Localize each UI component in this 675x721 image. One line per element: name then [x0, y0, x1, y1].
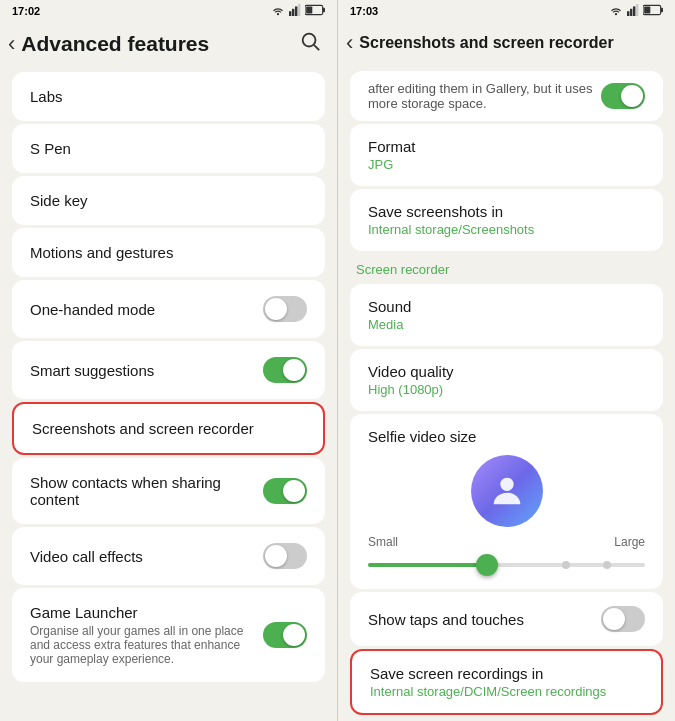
right-top-bar: ‹ Screenshots and screen recorder: [338, 22, 675, 64]
signal-icon: [289, 4, 301, 18]
selfie-avatar: [471, 455, 543, 527]
left-status-bar: 17:02: [0, 0, 337, 22]
setting-video-quality[interactable]: Video quality High (1080p): [350, 349, 663, 411]
right-signal-icon: [627, 4, 639, 18]
right-battery-icon: [643, 4, 663, 18]
right-back-icon: ‹: [346, 30, 353, 56]
svg-rect-10: [630, 9, 632, 16]
game-launcher-sub: Organise all your games all in one place…: [30, 624, 253, 666]
slider-track: [368, 563, 645, 567]
one-handed-label: One-handed mode: [30, 301, 263, 318]
smart-suggestions-toggle[interactable]: [263, 357, 307, 383]
svg-rect-2: [295, 6, 297, 16]
labs-label: Labs: [30, 88, 307, 105]
slider-fill: [368, 563, 493, 567]
setting-sound[interactable]: Sound Media: [350, 284, 663, 346]
right-back-button[interactable]: ‹: [346, 30, 353, 56]
slider-dot-2: [603, 561, 611, 569]
save-recordings-value: Internal storage/DCIM/Screen recordings: [370, 684, 643, 699]
battery-icon: [305, 4, 325, 18]
selfie-label: Selfie video size: [368, 428, 645, 445]
section-recorder-label: Screen recorder: [338, 254, 675, 281]
menu-item-screenshots[interactable]: Screenshots and screen recorder: [12, 402, 325, 455]
menu-item-show-contacts[interactable]: Show contacts when sharing content: [12, 458, 325, 524]
right-status-time: 17:03: [350, 5, 378, 17]
svg-rect-0: [289, 11, 291, 16]
show-taps-label: Show taps and touches: [368, 611, 524, 628]
svg-rect-14: [661, 8, 663, 13]
slider-thumb[interactable]: [476, 554, 498, 576]
sound-label: Sound: [368, 298, 645, 315]
svg-rect-5: [323, 8, 325, 13]
setting-selfie-video: Selfie video size Small Large: [350, 414, 663, 589]
show-contacts-toggle[interactable]: [263, 478, 307, 504]
svg-rect-6: [306, 7, 312, 14]
partial-text-block: after editing them in Gallery, but it us…: [350, 71, 663, 121]
left-status-right: [271, 4, 325, 18]
setting-show-taps[interactable]: Show taps and touches: [350, 592, 663, 646]
one-handed-toggle[interactable]: [263, 296, 307, 322]
menu-item-video-effects[interactable]: Video call effects: [12, 527, 325, 585]
menu-item-motions[interactable]: Motions and gestures: [12, 228, 325, 277]
show-contacts-label: Show contacts when sharing content: [30, 474, 263, 508]
menu-item-side-key[interactable]: Side key: [12, 176, 325, 225]
right-panel: 17:03: [338, 0, 675, 721]
menu-item-one-handed[interactable]: One-handed mode: [12, 280, 325, 338]
svg-rect-11: [633, 6, 635, 16]
wifi-icon: [271, 4, 285, 18]
game-launcher-label: Game Launcher: [30, 604, 253, 621]
show-taps-toggle[interactable]: [601, 606, 645, 632]
selfie-slider[interactable]: [368, 555, 645, 575]
left-search-button[interactable]: [299, 30, 321, 57]
slider-dot: [562, 561, 570, 569]
right-status-right: [609, 4, 663, 18]
left-back-button[interactable]: ‹: [8, 31, 15, 57]
save-screenshots-value: Internal storage/Screenshots: [368, 222, 645, 237]
menu-item-smart-suggestions[interactable]: Smart suggestions: [12, 341, 325, 399]
top-toggle[interactable]: [601, 83, 645, 109]
motions-label: Motions and gestures: [30, 244, 307, 261]
format-value: JPG: [368, 157, 645, 172]
svg-rect-3: [298, 4, 300, 16]
menu-item-game-launcher[interactable]: Game Launcher Organise all your games al…: [12, 588, 325, 682]
right-status-bar: 17:03: [338, 0, 675, 22]
right-content: after editing them in Gallery, but it us…: [338, 64, 675, 721]
slider-labels: Small Large: [368, 535, 645, 549]
side-key-label: Side key: [30, 192, 307, 209]
video-quality-label: Video quality: [368, 363, 645, 380]
right-page-title: Screenshots and screen recorder: [353, 34, 659, 52]
format-label: Format: [368, 138, 645, 155]
smart-suggestions-label: Smart suggestions: [30, 362, 263, 379]
left-panel: 17:02: [0, 0, 337, 721]
menu-item-spen[interactable]: S Pen: [12, 124, 325, 173]
slider-small-label: Small: [368, 535, 398, 549]
save-recordings-label: Save screen recordings in: [370, 665, 643, 682]
video-quality-value: High (1080p): [368, 382, 645, 397]
left-top-bar: ‹ Advanced features: [0, 22, 337, 65]
screenshots-label: Screenshots and screen recorder: [32, 420, 305, 437]
svg-point-16: [500, 478, 513, 491]
setting-save-recordings[interactable]: Save screen recordings in Internal stora…: [350, 649, 663, 715]
sound-value: Media: [368, 317, 645, 332]
left-content: Labs S Pen Side key Motions and gestures…: [0, 65, 337, 721]
setting-save-screenshots[interactable]: Save screenshots in Internal storage/Scr…: [350, 189, 663, 251]
svg-rect-15: [644, 7, 650, 14]
svg-point-7: [303, 34, 316, 47]
save-screenshots-label: Save screenshots in: [368, 203, 645, 220]
slider-large-label: Large: [614, 535, 645, 549]
left-page-title: Advanced features: [15, 32, 299, 56]
video-effects-label: Video call effects: [30, 548, 263, 565]
setting-format[interactable]: Format JPG: [350, 124, 663, 186]
svg-line-8: [314, 45, 319, 50]
video-effects-toggle[interactable]: [263, 543, 307, 569]
svg-rect-12: [636, 4, 638, 16]
svg-rect-1: [292, 9, 294, 16]
game-launcher-toggle[interactable]: [263, 622, 307, 648]
partial-text: after editing them in Gallery, but it us…: [368, 81, 601, 111]
menu-item-labs[interactable]: Labs: [12, 72, 325, 121]
svg-rect-9: [627, 11, 629, 16]
selfie-avatar-container: [368, 455, 645, 527]
left-status-time: 17:02: [12, 5, 40, 17]
left-back-icon: ‹: [8, 31, 15, 57]
right-wifi-icon: [609, 4, 623, 18]
